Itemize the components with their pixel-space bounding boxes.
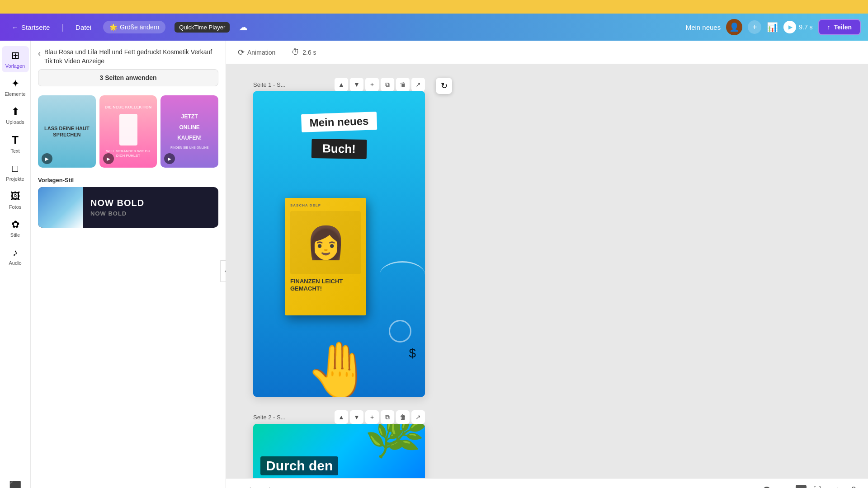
fotos-label: Fotos	[9, 204, 22, 210]
page1-add[interactable]: +	[365, 78, 379, 91]
template-card-2[interactable]: DIE NEUE KOLLEKTION WILL VERÄNDER WIE DU…	[99, 95, 157, 168]
stile-label: Stile	[10, 232, 20, 238]
zoom-thumb	[763, 487, 770, 488]
style-preview	[38, 187, 83, 228]
share-button[interactable]: ↑ Teilen	[818, 19, 861, 35]
main-layout: ⊞ Vorlagen ✦ Elemente ⬆ Uploads T Text □…	[0, 41, 868, 488]
sidebar-item-uploads[interactable]: ⬆ Uploads	[2, 102, 29, 128]
animation-button[interactable]: ⟳ Animation	[233, 45, 280, 60]
page1-up[interactable]: ▲	[335, 78, 348, 91]
page2-header: Seite 2 - S... ▲ ▼ + ⧉ 🗑 ↗	[253, 410, 425, 424]
sidebar-item-extra[interactable]: ⬛	[2, 477, 29, 488]
style-info: NOW BOLD NOW BOLD	[83, 187, 218, 228]
style-name-big: NOW BOLD	[90, 198, 211, 208]
page1-down[interactable]: ▼	[350, 78, 363, 91]
sidebar-item-stile[interactable]: ✿ Stile	[2, 215, 29, 241]
page2-container: Seite 2 - S... ▲ ▼ + ⧉ 🗑 ↗	[253, 410, 425, 478]
cloud-icon[interactable]: ☁	[239, 22, 248, 33]
slide1: Mein neues Buch! 🤚 SASCHA DELP	[253, 91, 425, 397]
home-button[interactable]: ← Startseite	[7, 21, 54, 34]
page2-down[interactable]: ▼	[350, 410, 363, 424]
template-card-2-play[interactable]: ▶	[103, 153, 114, 164]
book-title: FINANZEN LEICHT GEMACHT!	[290, 278, 361, 292]
share-label: Teilen	[834, 23, 852, 31]
fotos-icon: 🖼	[10, 191, 20, 202]
page2-up[interactable]: ▲	[335, 410, 348, 424]
duration-button[interactable]: ⏱ 2.6 s	[287, 45, 321, 60]
page1-export[interactable]: ↗	[411, 78, 425, 91]
panel-header: ‹ Blau Rosa und Lila Hell und Fett gedru…	[31, 41, 226, 69]
uploads-icon: ⬆	[11, 106, 19, 117]
animation-label: Animation	[247, 49, 275, 56]
notes-label: Notizen	[240, 487, 261, 488]
sidebar-icons: ⊞ Vorlagen ✦ Elemente ⬆ Uploads T Text □…	[0, 41, 31, 488]
share-icon: ↑	[827, 23, 830, 31]
apply-button[interactable]: 3 Seiten anwenden	[38, 69, 218, 86]
audio-label: Audio	[9, 260, 21, 266]
sidebar-item-text[interactable]: T Text	[2, 130, 29, 157]
check-button[interactable]: ✓	[828, 483, 843, 488]
style-section-title: Vorlagen-Stil	[31, 171, 226, 187]
page-counter: 3	[796, 485, 807, 488]
back-button[interactable]: ‹	[38, 49, 41, 58]
template-card-1-play[interactable]: ▶	[42, 153, 52, 164]
slide2: 🌿 🌿 Durch den	[253, 424, 425, 478]
home-icon: ←	[12, 23, 19, 31]
style-name-small: NOW BOLD	[90, 210, 211, 217]
page1-duplicate[interactable]: ⧉	[381, 78, 394, 91]
page2-controls: ▲ ▼ + ⧉ 🗑 ↗	[335, 410, 425, 424]
page1-delete[interactable]: 🗑	[396, 78, 410, 91]
page1-label: Seite 1 - S...	[253, 81, 286, 88]
notes-button[interactable]: ≡ Notizen	[233, 487, 261, 488]
page1-section: Seite 1 - S... ▲ ▼ + ⧉ 🗑 ↗	[253, 78, 452, 397]
play-icon: ▶	[783, 21, 796, 33]
page1-container: Seite 1 - S... ▲ ▼ + ⧉ 🗑 ↗	[253, 78, 425, 397]
animation-icon: ⟳	[238, 47, 245, 57]
sidebar-item-elemente[interactable]: ✦ Elemente	[2, 74, 29, 100]
add-user-button[interactable]: +	[748, 20, 761, 34]
audio-icon: ♪	[13, 247, 18, 258]
help-button[interactable]: ?	[846, 483, 861, 488]
dollar-icon: $	[409, 346, 416, 361]
quicktime-badge: QuickTime Player	[175, 22, 230, 33]
canvas-scroll[interactable]: Seite 1 - S... ▲ ▼ + ⧉ 🗑 ↗	[226, 64, 868, 478]
page2-export[interactable]: ↗	[411, 410, 425, 424]
collapse-toggle[interactable]: ‹	[220, 260, 226, 282]
page2-add[interactable]: +	[365, 410, 379, 424]
slide2-text: Durch den	[260, 456, 338, 475]
hand-icon: 🤚	[305, 343, 373, 397]
template-card-3[interactable]: JETZT ONLINE KAUFEN! FINDEN SIE UNS ONLI…	[160, 95, 218, 168]
template-card-1[interactable]: LASS DEINE HAUT SPRECHEN ▶	[38, 95, 96, 168]
canvas-toolbar: ⟳ Animation ⏱ 2.6 s	[226, 41, 868, 64]
elemente-icon: ✦	[11, 78, 19, 89]
bottom-bar: ≡ Notizen | 0:00 / 0:09 20 % 3 ⛶ ✓ ?	[226, 478, 868, 488]
user-avatar: 👤	[726, 19, 742, 35]
play-button[interactable]: ▶ 9.7 s	[783, 21, 812, 33]
page2-canvas[interactable]: 🌿 🌿 Durch den	[253, 424, 425, 478]
sidebar-item-fotos[interactable]: 🖼 Fotos	[2, 187, 29, 213]
duration-label: 2.6 s	[302, 49, 316, 56]
size-button[interactable]: 🌟 Größe ändern	[103, 21, 165, 33]
vorlagen-label: Vorlagen	[5, 63, 25, 69]
file-button[interactable]: Datei	[71, 21, 96, 34]
fullscreen-button[interactable]: ⛶	[810, 483, 825, 488]
uploads-label: Uploads	[6, 119, 24, 125]
sidebar-item-vorlagen[interactable]: ⊞ Vorlagen	[2, 46, 29, 72]
play-duration: 9.7 s	[799, 23, 812, 31]
size-label: Größe ändern	[120, 23, 159, 31]
page1-canvas[interactable]: Mein neues Buch! 🤚 SASCHA DELP	[253, 91, 425, 397]
decor-circle	[389, 320, 411, 343]
elemente-label: Elemente	[5, 91, 25, 97]
page2-duplicate[interactable]: ⧉	[381, 410, 394, 424]
style-card[interactable]: NOW BOLD NOW BOLD	[38, 187, 218, 228]
outer-top-bar	[0, 0, 868, 14]
text-label: Text	[10, 148, 19, 154]
sidebar-item-projekte[interactable]: □ Projekte	[2, 159, 29, 185]
chart-button[interactable]: 📊	[767, 22, 778, 33]
vorlagen-icon: ⊞	[11, 50, 19, 61]
project-title: Mein neues	[686, 23, 721, 31]
sidebar-item-audio[interactable]: ♪ Audio	[2, 243, 29, 269]
page1-reload-button[interactable]: ↻	[436, 78, 452, 94]
page2-delete[interactable]: 🗑	[396, 410, 410, 424]
sun-icon: 🌟	[109, 23, 117, 31]
